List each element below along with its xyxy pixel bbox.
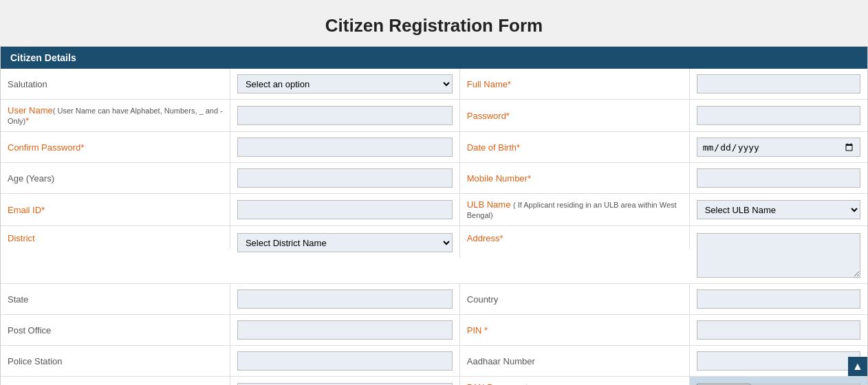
row-salutation-fullname: Salutation Select an option Mr. Mrs. Ms.…: [1, 69, 867, 100]
dob-label: Date of Birth*: [467, 142, 682, 153]
row-district-address: District Select District Name Address*: [1, 226, 867, 284]
fullname-label: Full Name*: [467, 79, 682, 89]
password-label: Password*: [467, 111, 682, 121]
state-input[interactable]: [237, 289, 453, 309]
salutation-label: Salutation: [8, 79, 223, 89]
page-title: Citizen Registration Form: [0, 7, 868, 46]
address-textarea[interactable]: [697, 233, 860, 278]
aadhaar-label: Aadhaar Number: [467, 356, 682, 366]
confirmpassword-input-cell: [230, 132, 460, 162]
country-label-cell: Country: [460, 284, 690, 314]
district-select[interactable]: Select District Name: [237, 233, 453, 252]
aadhaar-input-cell: ▲: [690, 346, 867, 376]
salutation-input-cell: Select an option Mr. Mrs. Ms. Dr.: [230, 69, 460, 99]
mobile-input[interactable]: [697, 168, 860, 188]
password-input-cell: [690, 100, 867, 131]
email-input-cell: [230, 194, 460, 226]
row-confirmpassword-dob: Confirm Password* Date of Birth*: [1, 132, 867, 163]
pin-input-cell: [690, 315, 867, 345]
address-label: Address*: [467, 233, 682, 243]
email-label-cell: Email ID*: [1, 194, 230, 226]
country-input[interactable]: [697, 289, 860, 309]
address-input-cell: [690, 226, 867, 283]
salutation-label-cell: Salutation: [1, 69, 230, 99]
username-label: User Name( User Name can have Alphabet, …: [8, 105, 223, 126]
district-label: District: [8, 233, 223, 243]
fullname-input-cell: [690, 69, 867, 99]
ulb-input-cell: Select ULB Name: [690, 194, 867, 226]
policestation-input[interactable]: [237, 351, 453, 371]
pin-input[interactable]: [697, 320, 860, 340]
ulb-label: ULB Name ( If Applicant residing in an U…: [467, 199, 682, 220]
fullname-input[interactable]: [697, 74, 860, 94]
mobile-label: Mobile Number*: [467, 173, 682, 184]
confirmpassword-label: Confirm Password*: [8, 142, 223, 153]
age-label: Age (Years): [8, 173, 223, 184]
password-label-cell: Password*: [460, 100, 690, 131]
age-input[interactable]: [237, 168, 453, 188]
aadhaar-label-cell: Aadhaar Number: [460, 346, 690, 376]
pandocument-label-cell: PAN Document (Please upload only JPEG,JP…: [460, 377, 690, 385]
state-label-cell: State: [1, 284, 230, 314]
row-state-country: State Country: [1, 284, 867, 315]
postoffice-input-cell: [230, 315, 460, 345]
pandocument-input-cell: Choose file No file chosen: [690, 377, 867, 385]
country-label: Country: [467, 294, 682, 305]
mobile-label-cell: Mobile Number*: [460, 163, 690, 193]
dob-input[interactable]: [697, 138, 860, 157]
scroll-top-button[interactable]: ▲: [848, 357, 867, 376]
salutation-select[interactable]: Select an option Mr. Mrs. Ms. Dr.: [237, 74, 453, 94]
row-email-ulb: Email ID* ULB Name ( If Applicant residi…: [1, 194, 867, 226]
aadhaar-input[interactable]: [697, 351, 860, 371]
dob-label-cell: Date of Birth*: [460, 132, 690, 162]
state-label: State: [8, 294, 223, 305]
age-input-cell: [230, 163, 460, 193]
pan-label-cell: PAN *: [1, 377, 230, 385]
policestation-label: Police Station: [8, 356, 223, 366]
postoffice-label-cell: Post Office: [1, 315, 230, 345]
row-username-password: User Name( User Name can have Alphabet, …: [1, 100, 867, 132]
mobile-input-cell: [690, 163, 867, 193]
country-input-cell: [690, 284, 867, 314]
district-input-cell: Select District Name: [230, 226, 460, 258]
fullname-label-cell: Full Name*: [460, 69, 690, 99]
email-label: Email ID*: [8, 205, 223, 215]
pan-input-cell: [230, 377, 460, 385]
email-input[interactable]: [237, 200, 453, 219]
password-input[interactable]: [697, 106, 860, 125]
row-postoffice-pin: Post Office PIN *: [1, 315, 867, 346]
row-pan-pandocument: PAN * PAN Document (Please upload only J…: [1, 377, 867, 385]
age-label-cell: Age (Years): [1, 163, 230, 193]
postoffice-label: Post Office: [8, 325, 223, 336]
dob-input-cell: [690, 132, 867, 162]
username-input-cell: [230, 100, 460, 131]
registration-form: Citizen Details Salutation Select an opt…: [0, 46, 868, 385]
username-label-cell: User Name( User Name can have Alphabet, …: [1, 100, 230, 131]
pin-label: PIN *: [467, 325, 682, 336]
district-label-cell: District: [1, 226, 230, 249]
ulb-label-cell: ULB Name ( If Applicant residing in an U…: [460, 194, 690, 226]
confirmpassword-input[interactable]: [237, 138, 453, 157]
username-input[interactable]: [237, 106, 453, 125]
policestation-label-cell: Police Station: [1, 346, 230, 376]
ulb-select[interactable]: Select ULB Name: [697, 200, 860, 219]
section-header: Citizen Details: [1, 47, 867, 69]
postoffice-input[interactable]: [237, 320, 453, 340]
pin-label-cell: PIN *: [460, 315, 690, 345]
confirmpassword-label-cell: Confirm Password*: [1, 132, 230, 162]
state-input-cell: [230, 284, 460, 314]
policestation-input-cell: [230, 346, 460, 376]
address-label-cell: Address*: [460, 226, 690, 249]
row-policestation-aadhaar: Police Station Aadhaar Number ▲: [1, 346, 867, 377]
pandocument-label: PAN Document (Please upload only JPEG,JP…: [467, 382, 682, 385]
row-age-mobile: Age (Years) Mobile Number*: [1, 163, 867, 194]
